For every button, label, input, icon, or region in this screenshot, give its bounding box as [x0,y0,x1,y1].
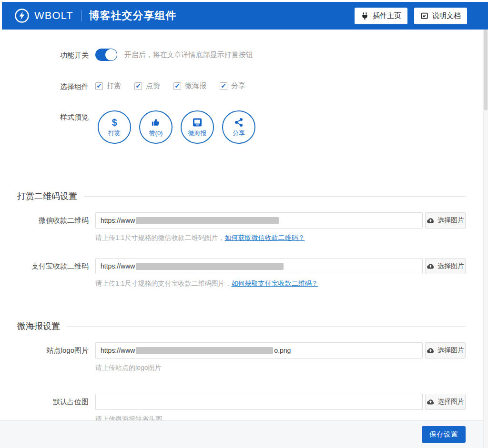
plug-icon [361,12,369,20]
choose-image-button[interactable]: 选择图片 [425,394,466,410]
section-title-poster: 微海报设置 [17,320,466,332]
site-logo-row: 站点logo图片 https://www o.png 选择图片 [17,342,466,372]
redaction-bar [136,347,273,354]
toggle-knob [105,49,117,60]
wechat-qr-input[interactable]: https://www [95,212,423,229]
save-settings-button[interactable]: 保存设置 [422,426,466,443]
cloud-upload-icon [427,263,435,269]
wechat-qr-help: 请上传1:1尺寸规格的微信收款二维码图片，如何获取微信收款二维码？ [95,233,466,242]
plugin-home-label: 插件主页 [373,11,401,20]
wbolt-logo[interactable] [14,8,30,23]
wechat-qr-row: 微信收款二维码 https://www 选择图片 [17,212,466,242]
alipay-qr-row: 支付宝收款二维码 https://www 选择图片 [17,258,466,288]
section-divider [84,196,466,197]
header-actions: 插件主页 说明文档 [355,8,467,24]
scrollbar-thumb[interactable] [484,30,488,110]
dollar-icon: $ [112,117,117,128]
cloud-upload-icon [427,217,435,224]
scrollbar-track[interactable] [483,30,488,448]
components-row: 选择组件 ✔ 打赏 ✔ 点赞 ✔ 微海报 ✔ 分享 [17,80,466,93]
plugin-home-button[interactable]: 插件主页 [355,8,407,24]
style-preview-label: 样式预览 [17,110,89,124]
preview-reward-button[interactable]: $ 打赏 [98,110,131,144]
docs-button[interactable]: 说明文档 [414,8,467,24]
cloud-upload-icon [427,398,435,405]
settings-page: WBOLT 博客社交分享组件 插件主页 说明文档 [0,0,488,448]
checkbox-like[interactable]: ✔ 点赞 [134,81,160,90]
page-title: 博客社交分享组件 [89,9,177,23]
feature-switch-row: 功能开关 开启后，将在文章详情底部显示打赏按钮 [17,49,466,62]
choose-image-button[interactable]: 选择图片 [425,342,466,358]
checkmark-icon: ✔ [95,82,103,90]
checkbox-poster[interactable]: ✔ 微海报 [173,81,206,90]
docs-label: 说明文档 [432,11,461,20]
checkmark-icon: ✔ [173,82,181,90]
checkmark-icon: ✔ [220,82,227,90]
style-preview-row: 样式预览 $ 打赏 赞(0) [17,110,466,144]
site-logo-label: 站点logo图片 [17,342,89,358]
alipay-qr-help-link[interactable]: 如何获取支付宝收款二维码？ [231,279,318,287]
preview-like-button[interactable]: 赞(0) [139,110,173,144]
brand-name: WBOLT [34,10,73,22]
brand: WBOLT 博客社交分享组件 [14,8,177,23]
placeholder-image-input[interactable] [95,394,423,410]
checkmark-icon: ✔ [134,82,142,90]
header-separator [81,10,81,21]
lightning-bolt-icon [14,8,30,23]
redaction-bar [136,217,279,224]
alipay-qr-help: 请上传1:1尺寸规格的支付宝收款二维码图片，如何获取支付宝收款二维码？ [95,279,466,288]
feature-switch-hint: 开启后，将在文章详情底部显示打赏按钮 [124,50,253,59]
redaction-bar [136,263,284,270]
alipay-qr-input[interactable]: https://www [95,258,423,274]
thumbs-up-icon [151,117,161,128]
preview-poster-button[interactable]: 微海报 [181,110,214,144]
preview-share-button[interactable]: 分享 [222,110,255,144]
wechat-qr-label: 微信收款二维码 [17,212,89,229]
placeholder-image-row: 默认占位图 选择图片 请上传微海报缺省头图 [17,394,466,424]
cloud-upload-icon [427,347,435,354]
section-title-reward-qr: 打赏二维码设置 [17,190,466,202]
feature-toggle[interactable] [95,49,117,61]
checkbox-reward[interactable]: ✔ 打赏 [95,81,121,90]
poster-icon [192,117,203,128]
app-header: WBOLT 博客社交分享组件 插件主页 说明文档 [2,2,488,30]
placeholder-image-label: 默认占位图 [17,394,89,410]
section-divider [67,326,466,327]
save-bar: 保存设置 [0,420,488,448]
site-logo-help: 请上传站点的logo图片 [95,363,466,372]
checkbox-share[interactable]: ✔ 分享 [220,81,245,90]
choose-image-button[interactable]: 选择图片 [425,258,466,274]
share-icon [234,117,244,128]
alipay-qr-label: 支付宝收款二维码 [17,258,89,274]
settings-form: 功能开关 开启后，将在文章详情底部显示打赏按钮 选择组件 ✔ 打赏 ✔ 点赞 ✔ [0,30,488,424]
wechat-qr-help-link[interactable]: 如何获取微信收款二维码？ [224,234,305,241]
document-icon [420,12,428,20]
site-logo-input[interactable]: https://www o.png [95,342,423,358]
feature-switch-label: 功能开关 [17,49,89,62]
choose-image-button[interactable]: 选择图片 [425,212,466,229]
components-label: 选择组件 [17,80,89,93]
